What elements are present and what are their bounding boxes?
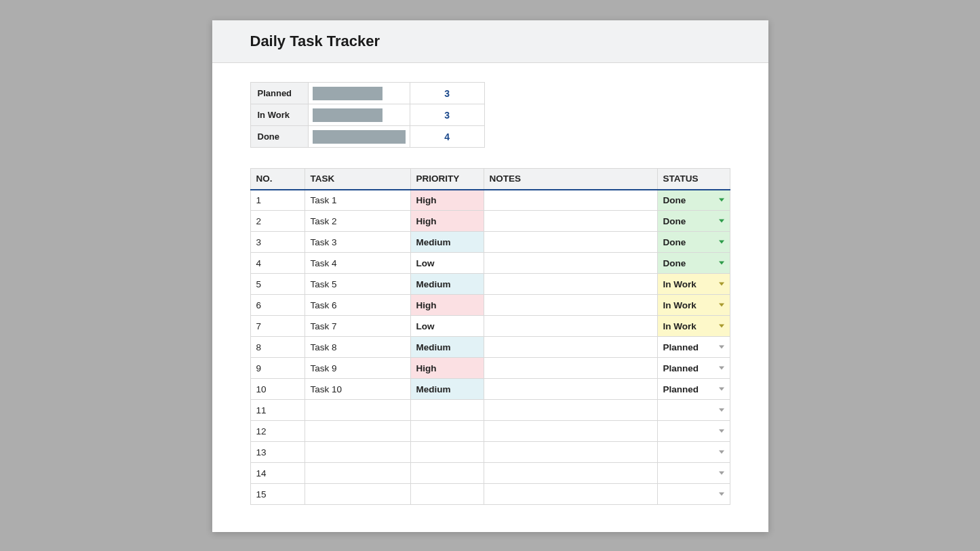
task-row: 8Task 8MediumPlanned [250,337,730,358]
task-status-dropdown[interactable]: Planned [657,358,730,379]
task-status-dropdown[interactable] [657,442,730,463]
task-status-dropdown[interactable]: Done [657,253,730,274]
task-status-dropdown[interactable]: Done [657,211,730,232]
task-no: 10 [250,379,305,400]
task-row: 1Task 1HighDone [250,190,730,211]
dropdown-caret-icon [719,283,724,286]
task-name[interactable] [305,484,410,505]
task-notes[interactable] [484,400,657,421]
task-name[interactable]: Task 1 [305,190,410,211]
task-status-label: Done [663,258,686,268]
task-notes[interactable] [484,442,657,463]
task-status-dropdown[interactable]: In Work [657,274,730,295]
task-status-dropdown[interactable] [657,421,730,442]
task-priority[interactable] [410,463,484,484]
task-no: 11 [250,400,305,421]
task-notes[interactable] [484,484,657,505]
task-notes[interactable] [484,190,657,211]
task-notes[interactable] [484,316,657,337]
task-row: 5Task 5MediumIn Work [250,274,730,295]
task-status-dropdown[interactable]: Done [657,190,730,211]
dropdown-caret-icon [719,493,724,496]
task-priority[interactable]: High [410,190,484,211]
task-name[interactable]: Task 5 [305,274,410,295]
task-name[interactable]: Task 8 [305,337,410,358]
task-notes[interactable] [484,337,657,358]
task-notes[interactable] [484,295,657,316]
summary-count: 4 [410,126,484,148]
task-status-dropdown[interactable]: Done [657,232,730,253]
dropdown-caret-icon [719,430,724,433]
task-status-dropdown[interactable]: Planned [657,379,730,400]
task-status-label: Planned [663,384,699,394]
task-row: 11 [250,400,730,421]
col-header-status: STATUS [657,169,730,190]
task-notes[interactable] [484,379,657,400]
task-notes[interactable] [484,421,657,442]
task-status-dropdown[interactable]: In Work [657,316,730,337]
dropdown-caret-icon [719,241,724,244]
task-priority[interactable]: Medium [410,232,484,253]
task-no: 7 [250,316,305,337]
task-status-dropdown[interactable] [657,463,730,484]
task-name[interactable]: Task 10 [305,379,410,400]
summary-bar-cell [309,126,410,148]
task-name[interactable]: Task 9 [305,358,410,379]
dropdown-caret-icon [719,220,724,223]
dropdown-caret-icon [719,409,724,412]
task-priority[interactable] [410,421,484,442]
task-priority[interactable]: Low [410,316,484,337]
task-name[interactable] [305,463,410,484]
task-priority[interactable]: High [410,295,484,316]
task-priority[interactable]: High [410,358,484,379]
task-name[interactable]: Task 3 [305,232,410,253]
summary-label: Planned [250,83,309,104]
task-no: 1 [250,190,305,211]
task-status-label: In Work [663,300,697,310]
task-priority[interactable]: Medium [410,274,484,295]
task-notes[interactable] [484,463,657,484]
task-name[interactable]: Task 2 [305,211,410,232]
task-notes[interactable] [484,358,657,379]
tasks-table: NO. TASK PRIORITY NOTES STATUS 1Task 1Hi… [250,168,730,505]
task-notes[interactable] [484,253,657,274]
task-no: 15 [250,484,305,505]
task-name[interactable] [305,421,410,442]
task-name[interactable]: Task 4 [305,253,410,274]
task-notes[interactable] [484,274,657,295]
tasks-header-row: NO. TASK PRIORITY NOTES STATUS [250,169,730,190]
task-no: 9 [250,358,305,379]
task-name[interactable] [305,400,410,421]
task-notes[interactable] [484,232,657,253]
task-priority[interactable]: High [410,211,484,232]
task-priority[interactable] [410,442,484,463]
col-header-no: NO. [250,169,305,190]
task-priority[interactable] [410,484,484,505]
task-status-label: In Work [663,321,697,331]
col-header-notes: NOTES [484,169,657,190]
task-status-dropdown[interactable]: In Work [657,295,730,316]
task-status-label: In Work [663,279,697,289]
summary-row: Done4 [250,126,484,148]
task-row: 10Task 10MediumPlanned [250,379,730,400]
task-priority[interactable]: Medium [410,379,484,400]
task-priority[interactable]: Medium [410,337,484,358]
dropdown-caret-icon [719,472,724,475]
task-notes[interactable] [484,211,657,232]
task-status-dropdown[interactable]: Planned [657,337,730,358]
task-priority[interactable]: Low [410,253,484,274]
task-row: 6Task 6HighIn Work [250,295,730,316]
dropdown-caret-icon [719,346,724,349]
task-status-dropdown[interactable] [657,484,730,505]
task-priority[interactable] [410,400,484,421]
task-row: 3Task 3MediumDone [250,232,730,253]
task-status-dropdown[interactable] [657,400,730,421]
summary-bar [313,87,382,100]
task-name[interactable] [305,442,410,463]
dropdown-caret-icon [719,367,724,370]
dropdown-caret-icon [719,388,724,391]
task-no: 2 [250,211,305,232]
task-name[interactable]: Task 6 [305,295,410,316]
dropdown-caret-icon [719,262,724,265]
task-name[interactable]: Task 7 [305,316,410,337]
